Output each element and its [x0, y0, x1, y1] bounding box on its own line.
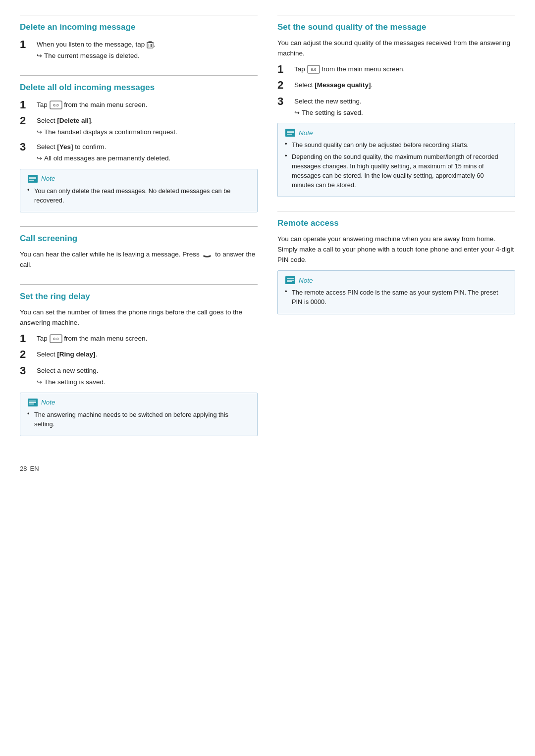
step-list-sound-quality: 1 Tap from the main menu screen. 2 Selec…: [277, 63, 515, 118]
step-text-1b: .: [154, 41, 156, 48]
step-content-1: When you listen to the message, tap . ↪ …: [37, 38, 156, 61]
sq-step2-text2: .: [371, 81, 373, 89]
step-number-1: 1: [20, 38, 34, 51]
ring-delay-step-num-3: 3: [20, 364, 34, 377]
call-screening-body: You can hear the caller while he is leav…: [20, 250, 258, 270]
sq-step-num-2: 2: [277, 79, 291, 92]
section-title-call-screening: Call screening: [20, 234, 258, 244]
section-title-ring-delay: Set the ring delay: [20, 292, 258, 302]
arrow-2: ↪: [37, 127, 42, 137]
note-bullet-delete-all-1: • You can only delete the read messages.…: [27, 186, 250, 205]
delete-all-step3-result-text: All old messages are permanently deleted…: [44, 153, 170, 164]
ring-delay-step-num-1: 1: [20, 332, 34, 345]
section-call-screening: Call screening You can hear the caller w…: [20, 226, 258, 270]
delete-all-step2-result: ↪ The handset displays a confirmation re…: [37, 127, 177, 138]
note-text-ring-delay-1: The answering machine needs to be switch…: [34, 410, 250, 429]
arrow-sq3: ↪: [294, 108, 300, 118]
note-label-ring-delay: Note: [41, 399, 55, 406]
sq-step2-text1: Select: [294, 81, 315, 89]
arrow-rd3: ↪: [37, 377, 42, 387]
delete-all-step-num-2: 2: [20, 114, 34, 127]
call-screening-text1: You can hear the caller while he is leav…: [20, 251, 200, 258]
step-list-delete-all: 1 Tap from the main menu screen. 2 Selec…: [20, 99, 258, 164]
ring-delay-step2-bold: [Ring delay]: [57, 351, 95, 358]
ring-delay-step1: 1 Tap from the main menu screen.: [20, 332, 258, 345]
note-text-ra-1: The remote access PIN code is the same a…: [292, 288, 508, 306]
note-header-sound-quality: Note: [285, 128, 508, 137]
sq-step3: 3 Select the new setting. ↪ The setting …: [277, 95, 515, 118]
delete-all-step3: 3 Select [Yes] to confirm. ↪ All old mes…: [20, 141, 258, 164]
trash-icon: [147, 41, 154, 49]
sound-quality-body: You can adjust the sound quality of the …: [277, 38, 515, 59]
section-title-delete-incoming: Delete an incoming message: [20, 22, 258, 32]
delete-all-step2: 2 Select [Delete all]. ↪ The handset dis…: [20, 114, 258, 138]
note-icon-delete-all: [27, 174, 38, 183]
ring-delay-step1-text2: from the main menu screen.: [64, 335, 147, 342]
note-bullet-ring-delay-1: • The answering machine needs to be swit…: [27, 410, 250, 429]
note-label-remote-access: Note: [299, 277, 313, 284]
sq-step1: 1 Tap from the main menu screen.: [277, 63, 515, 76]
delete-all-step-content-3: Select [Yes] to confirm. ↪ All old messa…: [37, 141, 170, 164]
sq-step2: 2 Select [Message quality].: [277, 79, 515, 92]
sq-step3-result-text: The setting is saved.: [302, 108, 363, 118]
ring-delay-step2-text1: Select: [37, 351, 57, 358]
delete-all-step-num-3: 3: [20, 141, 34, 153]
left-column: Delete an incoming message 1 When you li…: [20, 15, 258, 450]
step-list-ring-delay: 1 Tap from the main menu screen. 2 Selec…: [20, 332, 258, 388]
answering-icon-1: [50, 101, 62, 109]
delete-all-step2-result-text: The handset displays a confirmation requ…: [44, 127, 177, 138]
step-item-1: 1 When you listen to the message, tap . …: [20, 38, 258, 61]
delete-all-step1-text2: from the main menu screen.: [64, 101, 147, 108]
delete-all-step-num-1: 1: [20, 99, 34, 111]
delete-all-step3-result: ↪ All old messages are permanently delet…: [37, 153, 170, 164]
note-box-ring-delay: Note • The answering machine needs to be…: [20, 393, 258, 436]
ring-delay-step3-result-text: The setting is saved.: [44, 377, 106, 388]
note-text-sq-1: The sound quality can only be adjusted b…: [292, 140, 469, 150]
delete-all-step1-text: Tap: [37, 101, 50, 108]
sq-step-num-1: 1: [277, 63, 291, 76]
ring-delay-step-content-3: Select a new setting. ↪ The setting is s…: [37, 364, 106, 388]
section-ring-delay: Set the ring delay You can set the numbe…: [20, 284, 258, 436]
arrow-1: ↪: [37, 51, 42, 61]
note-box-sound-quality: Note • The sound quality can only be adj…: [277, 123, 515, 197]
bullet-dot-sq1: •: [285, 140, 292, 148]
note-header-ring-delay: Note: [27, 398, 250, 407]
sq-step-content-2: Select [Message quality].: [294, 79, 373, 91]
section-remote-access: Remote access You can operate your answe…: [277, 211, 515, 314]
delete-all-step3-text: Select: [37, 143, 57, 151]
note-box-delete-all: Note • You can only delete the read mess…: [20, 169, 258, 212]
answering-icon-rd1: [50, 334, 62, 343]
ring-delay-step1-text1: Tap: [37, 335, 50, 342]
note-bullet-sq-2: • Depending on the sound quality, the ma…: [285, 152, 508, 190]
answering-icon-sq1: [307, 65, 320, 74]
ring-delay-step-content-2: Select [Ring delay].: [37, 348, 97, 360]
note-bullet-sq-1: • The sound quality can only be adjusted…: [285, 140, 508, 150]
bullet-dot-ra1: •: [285, 288, 292, 295]
ring-delay-step-num-2: 2: [20, 348, 34, 361]
step-list-delete-incoming: 1 When you listen to the message, tap . …: [20, 38, 258, 61]
delete-all-step1: 1 Tap from the main menu screen.: [20, 99, 258, 111]
arrow-3: ↪: [37, 153, 42, 163]
step-text-1: When you listen to the message, tap: [37, 41, 147, 48]
ring-delay-step-content-1: Tap from the main menu screen.: [37, 332, 147, 344]
note-label-delete-all: Note: [41, 175, 55, 182]
remote-access-body: You can operate your answering machine w…: [277, 234, 515, 265]
page-number: 28: [20, 465, 27, 472]
sq-step-content-1: Tap from the main menu screen.: [294, 63, 405, 75]
bullet-dot-sq2: •: [285, 152, 292, 159]
note-icon-sound-quality: [285, 128, 296, 137]
section-title-sound-quality: Set the sound quality of the message: [277, 22, 515, 32]
note-box-remote-access: Note • The remote access PIN code is the…: [277, 270, 515, 314]
ring-delay-step3-text: Select a new setting.: [37, 367, 99, 374]
delete-all-step3-text2: to confirm.: [73, 143, 107, 151]
section-sound-quality: Set the sound quality of the message You…: [277, 15, 515, 197]
sq-step1-text2: from the main menu screen.: [321, 65, 405, 73]
section-delete-incoming: Delete an incoming message 1 When you li…: [20, 15, 258, 61]
delete-all-step2-text2: .: [91, 117, 93, 124]
bullet-dot-rd1: •: [27, 410, 34, 417]
section-delete-all: Delete all old incoming messages 1 Tap f…: [20, 75, 258, 212]
note-header-remote-access: Note: [285, 276, 508, 285]
delete-all-step2-bold: [Delete all]: [57, 117, 91, 124]
ring-delay-step2-text2: .: [96, 351, 98, 358]
ring-delay-step3: 3 Select a new setting. ↪ The setting is…: [20, 364, 258, 388]
